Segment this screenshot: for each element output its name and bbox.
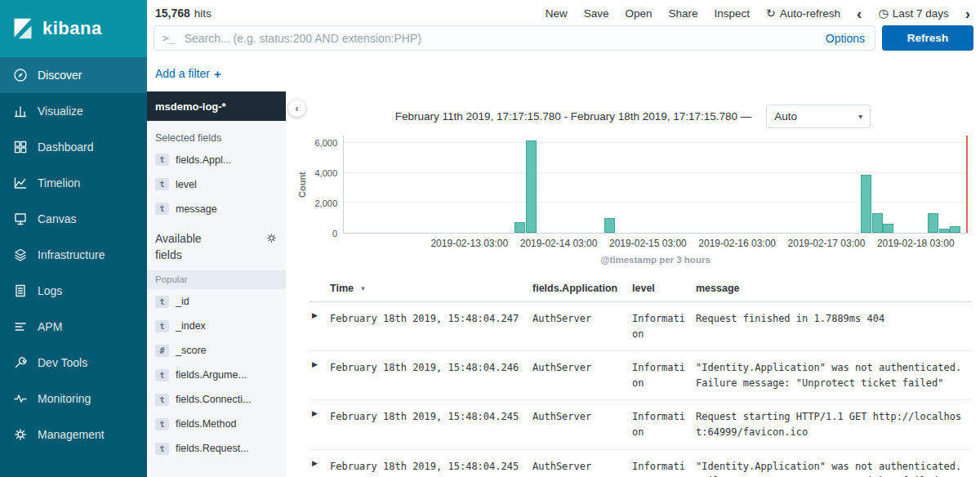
auto-refresh-button[interactable]: ↻ Auto-refresh: [766, 7, 840, 20]
refresh-button[interactable]: Refresh: [882, 25, 973, 51]
add-filter-link[interactable]: Add a filter: [155, 67, 210, 80]
expand-row-button[interactable]: ▶: [309, 302, 330, 319]
sidebar-item-label: Visualize: [38, 105, 83, 118]
expand-row-button[interactable]: ▶: [309, 351, 330, 368]
field-type-icon: #: [155, 345, 169, 357]
cell-time: February 18th 2019, 15:48:04.245: [330, 450, 532, 477]
table-row: ▶ February 18th 2019, 15:48:04.245 AuthS…: [309, 450, 972, 477]
filter-bar: Add a filter +: [147, 56, 980, 91]
inspect-button[interactable]: Inspect: [715, 7, 751, 20]
time-back-button[interactable]: ‹: [857, 6, 862, 21]
table-row: ▶ February 18th 2019, 15:48:04.246 AuthS…: [309, 351, 972, 400]
column-header-message[interactable]: message: [696, 278, 972, 301]
logs-icon: [13, 283, 28, 298]
apm-icon: [13, 319, 28, 334]
sidebar-item-dashboard[interactable]: Dashboard: [0, 129, 147, 165]
kibana-logo[interactable]: kibana: [0, 0, 147, 57]
field-type-icon: t: [155, 320, 169, 332]
field-item[interactable]: # _score: [154, 338, 279, 363]
histogram-bar[interactable]: [514, 222, 525, 233]
field-item[interactable]: t message: [154, 196, 279, 221]
field-item[interactable]: t level: [154, 172, 279, 196]
sidebar-item-dev-tools[interactable]: Dev Tools: [0, 345, 147, 381]
histogram-bar[interactable]: [872, 213, 883, 233]
collapse-fields-button[interactable]: ‹: [288, 100, 305, 117]
cell-message: "Identity.Application" was not authentic…: [696, 450, 972, 477]
field-name: _id: [176, 296, 189, 307]
histogram-bar[interactable]: [604, 218, 615, 233]
expand-row-button[interactable]: ▶: [309, 400, 330, 417]
column-header-time[interactable]: Time ▼: [330, 278, 532, 301]
x-tick-label: 2019-02-18 03:00: [877, 238, 955, 249]
field-name: _score: [176, 345, 207, 356]
field-type-icon: t: [155, 369, 169, 381]
time-forward-button[interactable]: ›: [965, 6, 970, 21]
infrastructure-icon: [13, 247, 28, 262]
new-button[interactable]: New: [546, 7, 568, 20]
field-item[interactable]: t fields.Request...: [154, 436, 279, 461]
histogram-bar[interactable]: [950, 226, 960, 233]
sidebar-item-label: Discover: [38, 69, 82, 82]
sidebar-item-management[interactable]: Management: [0, 417, 147, 452]
field-item[interactable]: t fields.Appl...: [154, 147, 279, 172]
sidebar-item-discover[interactable]: Discover: [0, 57, 147, 93]
sidebar-item-label: Dev Tools: [38, 356, 87, 369]
sidebar-item-visualize[interactable]: Visualize: [0, 93, 147, 129]
sidebar-item-monitoring[interactable]: Monitoring: [0, 381, 147, 417]
fields-panel: msdemo-log-* Selected fields t fields.Ap…: [147, 91, 286, 477]
sidebar-item-label: Logs: [38, 284, 62, 297]
field-item[interactable]: t _id: [154, 289, 279, 314]
open-button[interactable]: Open: [625, 7, 652, 20]
cell-level: Information: [632, 351, 696, 399]
field-name: fields.Request...: [176, 443, 249, 454]
gridline: [344, 172, 969, 173]
field-settings-button[interactable]: [265, 232, 278, 247]
options-link[interactable]: Options: [826, 32, 866, 45]
column-header-level[interactable]: level: [632, 278, 696, 301]
sidebar-item-infrastructure[interactable]: Infrastructure: [0, 237, 147, 273]
gear-icon: [13, 427, 28, 442]
histogram-bar[interactable]: [526, 140, 537, 234]
app-sidebar: kibana Discover Visualize Dashboard Time…: [0, 0, 147, 477]
search-box[interactable]: >_ Options: [154, 25, 875, 51]
x-axis: 2019-02-13 03:002019-02-14 03:002019-02-…: [343, 238, 968, 251]
selected-fields-title: Selected fields: [155, 132, 279, 144]
wrench-icon: [13, 355, 28, 370]
histogram-bar[interactable]: [861, 175, 871, 233]
column-header-application[interactable]: fields.Application: [532, 278, 632, 301]
histogram-bar[interactable]: [883, 224, 893, 233]
interval-select[interactable]: Auto ▾: [766, 105, 871, 128]
time-range-button[interactable]: ◷ Last 7 days: [878, 7, 948, 20]
field-name: fields.Appl...: [176, 154, 231, 166]
y-tick-label: 6,000: [314, 138, 337, 148]
canvas-icon: [13, 212, 28, 226]
share-button[interactable]: Share: [668, 7, 697, 20]
sidebar-item-label: Monitoring: [38, 392, 91, 405]
cell-time: February 18th 2019, 15:48:04.245: [330, 400, 532, 434]
save-button[interactable]: Save: [584, 7, 609, 20]
cell-application: AuthServer: [532, 302, 632, 336]
sidebar-item-label: Dashboard: [38, 140, 94, 154]
field-item[interactable]: t fields.Method: [154, 412, 279, 436]
y-tick-label: 0: [332, 229, 337, 238]
sidebar-item-logs[interactable]: Logs: [0, 273, 147, 309]
add-filter-plus-icon[interactable]: +: [214, 67, 221, 81]
auto-refresh-icon: ↻: [766, 7, 776, 19]
field-item[interactable]: t fields.Connecti...: [154, 387, 279, 412]
sidebar-item-timelion[interactable]: Timelion: [0, 165, 147, 201]
field-type-icon: t: [155, 178, 169, 190]
sidebar-item-canvas[interactable]: Canvas: [0, 201, 147, 237]
histogram-bar[interactable]: [928, 213, 938, 233]
sidebar-item-apm[interactable]: APM: [0, 309, 147, 345]
cell-application: AuthServer: [532, 400, 632, 434]
y-axis-title: Count: [296, 136, 309, 234]
field-item[interactable]: t _index: [154, 314, 279, 338]
histogram-bar[interactable]: [939, 229, 950, 233]
field-item[interactable]: t fields.Argume...: [154, 363, 279, 387]
index-pattern-selector[interactable]: msdemo-log-*: [147, 91, 286, 121]
cell-application: AuthServer: [532, 450, 632, 477]
x-tick-label: 2019-02-15 03:00: [609, 238, 687, 249]
search-input[interactable]: [183, 31, 818, 46]
expand-row-button[interactable]: ▶: [309, 450, 330, 467]
gridline: [344, 202, 969, 203]
